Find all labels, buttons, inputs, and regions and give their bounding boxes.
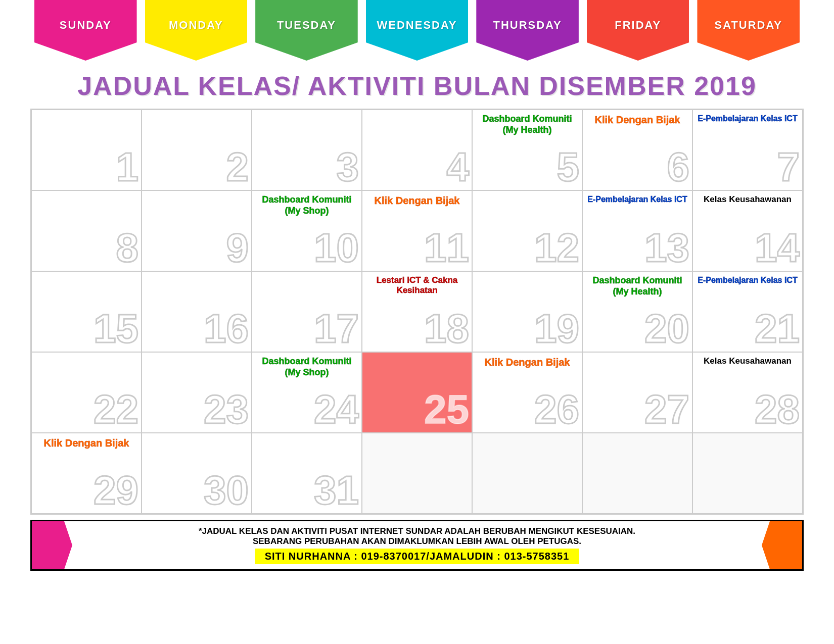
day-number: 21 (755, 309, 800, 349)
event-text: Kelas Keusahawanan (696, 193, 800, 206)
calendar-cell: 9 (142, 190, 252, 271)
footer: *JADUAL KELAS DAN AKTIVITI PUSAT INTERNE… (30, 520, 804, 571)
calendar-cell: 8 (31, 190, 142, 271)
calendar-cell: 24Dashboard Komuniti (My Shop) (252, 352, 362, 433)
calendar-grid: 12345Dashboard Komuniti (My Health)6Klik… (31, 110, 803, 514)
calendar-cell (362, 433, 472, 514)
day-banner-thursday: THURSDAY (476, 0, 579, 61)
calendar-cell: 7E-Pembelajaran Kelas ICT (692, 110, 803, 190)
event-wrapper: E-Pembelajaran Kelas ICT (585, 193, 689, 205)
calendar-title: JADUAL KELAS/ AKTIVITI BULAN DISEMBER 20… (0, 71, 834, 101)
calendar-cell: 13E-Pembelajaran Kelas ICT (582, 190, 692, 271)
calendar-cell (582, 433, 692, 514)
event-wrapper: Klik Dengan Bijak (34, 436, 138, 450)
event-wrapper: Klik Dengan Bijak (585, 113, 689, 127)
day-number: 14 (755, 228, 800, 268)
event-text: E-Pembelajaran Kelas ICT (696, 113, 800, 124)
calendar-cell: 4 (362, 110, 472, 190)
calendar-cell: 14Kelas Keusahawanan (692, 190, 803, 271)
event-text: Kelas Keusahawanan (696, 355, 800, 367)
calendar-cell: 21E-Pembelajaran Kelas ICT (692, 271, 803, 352)
day-number: 11 (424, 228, 469, 268)
day-number: 4 (447, 147, 470, 187)
event-wrapper: Dashboard Komuniti (My Shop) (255, 355, 359, 379)
calendar-cell: 29Klik Dengan Bijak (31, 433, 142, 514)
calendar-cell: 6Klik Dengan Bijak (582, 110, 692, 190)
calendar-cell: 30 (142, 433, 252, 514)
footer-line1: *JADUAL KELAS DAN AKTIVITI PUSAT INTERNE… (199, 526, 635, 547)
day-headers: SUNDAYMONDAYTUESDAYWEDNESDAYTHURSDAYFRID… (0, 0, 834, 66)
calendar-cell: 27 (582, 352, 692, 433)
day-number: 20 (644, 309, 689, 349)
day-number: 5 (557, 147, 580, 187)
calendar-cell: 22 (31, 352, 142, 433)
day-number: 18 (424, 309, 469, 349)
calendar-cell: 2 (142, 110, 252, 190)
day-number: 3 (337, 147, 359, 187)
footer-left-decoration (32, 521, 72, 569)
calendar-cell: 25 (362, 352, 472, 433)
event-wrapper: Lestari ICT & Cakna Kesihatan (365, 274, 469, 297)
event-text: Dashboard Komuniti (My Shop) (255, 355, 359, 379)
day-number: 17 (314, 309, 359, 349)
calendar-cell: 28Kelas Keusahawanan (692, 352, 803, 433)
day-number: 9 (226, 228, 249, 268)
day-number: 7 (777, 147, 800, 187)
calendar-cell: 23 (142, 352, 252, 433)
event-text: E-Pembelajaran Kelas ICT (585, 193, 689, 205)
footer-text: *JADUAL KELAS DAN AKTIVITI PUSAT INTERNE… (72, 521, 762, 569)
event-wrapper: E-Pembelajaran Kelas ICT (696, 274, 800, 286)
calendar-cell: 1 (31, 110, 142, 190)
calendar-cell: 10Dashboard Komuniti (My Shop) (252, 190, 362, 271)
calendar-cell: 20Dashboard Komuniti (My Health) (582, 271, 692, 352)
day-number: 19 (534, 309, 579, 349)
footer-right-decoration (762, 521, 802, 569)
day-number: 6 (667, 147, 690, 187)
day-number: 10 (314, 228, 359, 268)
day-number: 8 (116, 228, 139, 268)
calendar-cell: 12 (472, 190, 582, 271)
calendar-cell: 5Dashboard Komuniti (My Health) (472, 110, 582, 190)
event-text: Dashboard Komuniti (My Health) (475, 113, 579, 136)
day-number: 27 (644, 389, 689, 430)
day-number: 23 (204, 389, 249, 430)
day-number: 22 (94, 389, 138, 430)
day-banner-friday: FRIDAY (587, 0, 689, 61)
day-number: 2 (226, 147, 249, 187)
calendar-cell: 31 (252, 433, 362, 514)
calendar-cell (692, 433, 803, 514)
day-number: 24 (314, 389, 359, 430)
day-number: 28 (755, 389, 800, 430)
day-banner-saturday: SATURDAY (697, 0, 800, 61)
calendar-container: 12345Dashboard Komuniti (My Health)6Klik… (30, 109, 804, 515)
event-text: Klik Dengan Bijak (365, 193, 469, 208)
event-text: Dashboard Komuniti (My Shop) (255, 193, 359, 217)
day-number: 29 (94, 470, 138, 511)
day-banner-wednesday: WEDNESDAY (366, 0, 469, 61)
calendar-cell: 11Klik Dengan Bijak (362, 190, 472, 271)
day-number: 16 (204, 309, 249, 349)
day-number: 26 (534, 389, 579, 430)
calendar-cell: 15 (31, 271, 142, 352)
event-text: Lestari ICT & Cakna Kesihatan (365, 274, 469, 297)
calendar-cell: 18Lestari ICT & Cakna Kesihatan (362, 271, 472, 352)
event-text: Klik Dengan Bijak (585, 113, 689, 127)
event-text: Dashboard Komuniti (My Health) (585, 274, 689, 298)
day-number: 15 (94, 309, 138, 349)
day-number: 30 (204, 470, 249, 511)
day-number: 31 (314, 470, 359, 511)
day-banner-sunday: SUNDAY (34, 0, 137, 61)
event-wrapper: Dashboard Komuniti (My Health) (475, 113, 579, 136)
day-number: 12 (534, 228, 579, 268)
day-number: 13 (644, 228, 689, 268)
calendar-cell: 3 (252, 110, 362, 190)
day-banner-tuesday: TUESDAY (255, 0, 358, 61)
event-wrapper: Kelas Keusahawanan (696, 355, 800, 367)
event-wrapper: E-Pembelajaran Kelas ICT (696, 113, 800, 124)
event-text: Klik Dengan Bijak (34, 436, 138, 450)
event-wrapper: Dashboard Komuniti (My Health) (585, 274, 689, 298)
footer-line2: SITI NURHANNA : 019-8370017/JAMALUDIN : … (255, 549, 580, 564)
event-wrapper: Klik Dengan Bijak (365, 193, 469, 208)
event-text: Klik Dengan Bijak (475, 355, 579, 369)
calendar-cell (472, 433, 582, 514)
